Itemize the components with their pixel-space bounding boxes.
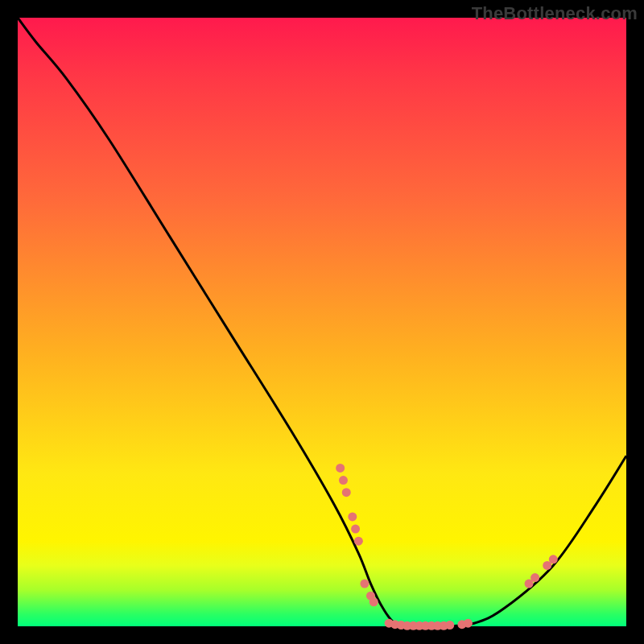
curve-markers [336, 464, 558, 630]
marker-point [369, 597, 378, 606]
marker-point [360, 580, 369, 588]
marker-point [530, 573, 539, 582]
marker-point [348, 512, 357, 521]
chart-container: TheBottleneck.com [0, 0, 644, 644]
marker-point [464, 619, 473, 628]
marker-point [336, 464, 345, 473]
watermark-text: TheBottleneck.com [472, 3, 638, 24]
marker-point [342, 488, 351, 497]
marker-point [445, 621, 454, 630]
marker-point [339, 476, 348, 485]
plot-area [18, 18, 626, 626]
marker-point [351, 525, 360, 534]
marker-point [549, 555, 558, 564]
line-chart-svg [18, 18, 626, 626]
bottleneck-curve [18, 18, 626, 626]
marker-point [354, 537, 363, 546]
